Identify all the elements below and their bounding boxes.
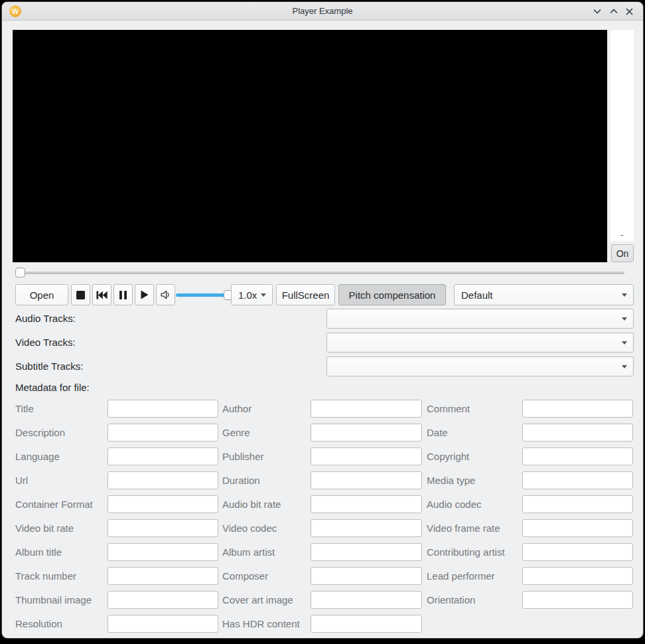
metadata-row: TitleAuthorComment	[2, 397, 643, 421]
meta-input-language[interactable]	[107, 447, 218, 465]
close-x-icon[interactable]	[623, 6, 635, 17]
chevron-down-icon	[622, 293, 627, 297]
meta-label-audio-codec: Audio codec	[427, 493, 482, 517]
previous-button[interactable]	[92, 284, 111, 305]
chevron-down-icon	[622, 365, 627, 368]
meta-input-comment[interactable]	[522, 400, 633, 418]
metadata-heading: Metadata for file:	[15, 382, 90, 393]
stop-icon	[76, 291, 85, 299]
stop-button[interactable]	[71, 284, 90, 305]
pitch-compensation-button[interactable]: Pitch compensation	[338, 284, 446, 305]
meta-input-has-hdr-content[interactable]	[311, 615, 422, 633]
meta-label-copyright: Copyright	[427, 445, 469, 469]
meta-label-publisher: Publisher	[222, 445, 264, 469]
meta-input-url[interactable]	[107, 471, 218, 489]
side-panel: -	[610, 30, 634, 241]
meta-label-description: Description	[15, 421, 65, 445]
track-label-audio-tracks: Audio Tracks:	[15, 309, 76, 329]
seek-slider[interactable]	[15, 268, 626, 278]
audio-output-combo[interactable]: Default	[454, 284, 634, 305]
track-combo-subtitle-tracks[interactable]	[326, 357, 634, 376]
volume-icon	[161, 290, 171, 299]
meta-input-publisher[interactable]	[311, 447, 422, 465]
pause-icon	[119, 291, 127, 299]
fullscreen-button[interactable]: FullScreen	[276, 284, 335, 305]
meta-input-orientation[interactable]	[522, 591, 633, 609]
meta-input-cover-art-image[interactable]	[311, 591, 422, 609]
screen: W Player Example - On Open	[0, 0, 645, 644]
track-combo-audio-tracks[interactable]	[326, 309, 634, 329]
meta-input-video-bit-rate[interactable]	[107, 519, 218, 537]
meta-input-lead-performer[interactable]	[522, 567, 633, 585]
meta-input-resolution[interactable]	[107, 615, 218, 633]
meta-input-container-format[interactable]	[107, 495, 218, 513]
track-combo-video-tracks[interactable]	[326, 333, 634, 353]
metadata-row: Container FormatAudio bit rateAudio code…	[2, 493, 643, 517]
meta-input-media-type[interactable]	[522, 471, 633, 489]
meta-label-lead-performer: Lead performer	[427, 564, 495, 588]
metadata-row: Video bit rateVideo codecVideo frame rat…	[2, 517, 643, 540]
metadata-row: LanguagePublisherCopyright	[2, 445, 643, 469]
meta-input-title[interactable]	[107, 400, 218, 418]
meta-input-album-title[interactable]	[107, 543, 218, 561]
player-window: W Player Example - On Open	[2, 2, 643, 638]
metadata-row: Album titleAlbum artistContributing arti…	[2, 540, 643, 564]
mute-button[interactable]	[156, 284, 175, 305]
meta-input-copyright[interactable]	[522, 447, 633, 465]
meta-input-composer[interactable]	[311, 567, 422, 585]
meta-label-composer: Composer	[222, 564, 268, 588]
meta-input-video-codec[interactable]	[311, 519, 422, 537]
meta-label-orientation: Orientation	[427, 588, 475, 612]
meta-label-duration: Duration	[222, 469, 260, 493]
open-button[interactable]: Open	[15, 284, 68, 305]
meta-label-comment: Comment	[427, 397, 470, 421]
meta-input-date[interactable]	[522, 424, 633, 442]
seek-handle[interactable]	[15, 268, 25, 278]
chevron-down-icon	[261, 293, 266, 297]
maximize-chevron-up-icon[interactable]	[608, 6, 620, 17]
meta-label-contributing-artist: Contributing artist	[427, 540, 505, 564]
meta-input-author[interactable]	[311, 400, 422, 418]
playback-rate-combo[interactable]: 1.0x	[231, 284, 273, 305]
pause-button[interactable]	[113, 284, 133, 305]
meta-label-video-codec: Video codec	[222, 517, 277, 540]
meta-input-duration[interactable]	[311, 471, 422, 489]
seek-groove-highlight	[17, 272, 624, 273]
meta-label-author: Author	[222, 397, 251, 421]
titlebar[interactable]: W Player Example	[2, 2, 643, 21]
meta-input-description[interactable]	[107, 424, 218, 442]
volume-slider[interactable]	[176, 289, 234, 301]
on-button[interactable]: On	[611, 244, 634, 262]
meta-input-video-frame-rate[interactable]	[522, 519, 633, 537]
meta-input-track-number[interactable]	[107, 567, 218, 585]
meta-input-thumbnail-image[interactable]	[107, 591, 218, 609]
track-row: Video Tracks:	[2, 333, 643, 353]
audio-output-value: Default	[461, 289, 493, 301]
meta-input-audio-codec[interactable]	[522, 495, 633, 513]
skip-backward-icon	[96, 291, 107, 299]
shade-chevron-down-icon[interactable]	[591, 6, 603, 17]
track-label-video-tracks: Video Tracks:	[15, 333, 76, 353]
meta-input-contributing-artist[interactable]	[522, 543, 633, 561]
play-icon	[141, 290, 149, 299]
video-surface	[13, 30, 607, 262]
metadata-row: Track numberComposerLead performer	[2, 564, 643, 588]
meta-label-cover-art-image: Cover art image	[222, 588, 293, 612]
meta-label-language: Language	[15, 445, 60, 469]
meta-label-audio-bit-rate: Audio bit rate	[222, 493, 281, 517]
meta-input-genre[interactable]	[311, 424, 422, 442]
playback-rate-value: 1.0x	[238, 289, 257, 301]
meta-label-album-artist: Album artist	[222, 540, 275, 564]
meta-label-title: Title	[15, 397, 34, 421]
meta-input-album-artist[interactable]	[311, 543, 422, 561]
chevron-down-icon	[622, 317, 627, 321]
meta-input-audio-bit-rate[interactable]	[311, 495, 422, 513]
meta-label-url: Url	[15, 469, 28, 493]
meta-label-video-bit-rate: Video bit rate	[15, 517, 74, 540]
metadata-row: ResolutionHas HDR content	[2, 612, 643, 636]
play-button[interactable]	[135, 284, 154, 305]
meta-label-album-title: Album title	[15, 540, 62, 564]
meta-label-date: Date	[427, 421, 448, 445]
meta-label-track-number: Track number	[15, 564, 76, 588]
meta-label-container-format: Container Format	[15, 493, 93, 517]
